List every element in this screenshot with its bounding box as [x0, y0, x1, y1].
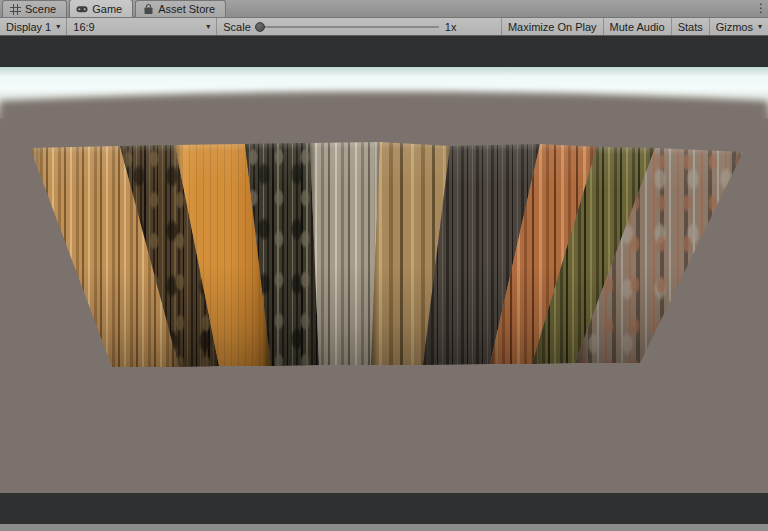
kebab-menu-icon[interactable]: ⋮ [754, 1, 768, 17]
stats-button[interactable]: Stats [671, 18, 709, 35]
grid-icon [9, 3, 21, 15]
gamepad-icon [76, 3, 88, 15]
stats-label: Stats [678, 21, 703, 33]
tab-label: Scene [25, 3, 56, 15]
unity-game-view-window: Scene Game Asset Store ⋮ Display 1 ▾ 16:… [0, 0, 768, 531]
scale-slider-track[interactable] [257, 26, 439, 28]
chevron-down-icon: ▾ [206, 22, 210, 31]
tab-label: Asset Store [158, 3, 215, 15]
tab-bar: Scene Game Asset Store ⋮ [0, 0, 768, 18]
maximize-on-play-label: Maximize On Play [508, 21, 597, 33]
scale-slider-knob[interactable] [255, 22, 265, 32]
bag-icon [142, 3, 154, 15]
tab-asset-store[interactable]: Asset Store [135, 0, 226, 17]
scale-slider-group: Scale 1x [217, 18, 462, 35]
display-dropdown-label: Display 1 [6, 21, 51, 33]
display-dropdown[interactable]: Display 1 ▾ [0, 18, 67, 35]
toolbar-right-group: Maximize On Play Mute Audio Stats Gizmos… [501, 18, 768, 35]
scale-value: 1x [445, 21, 457, 33]
gizmos-label: Gizmos [716, 21, 753, 33]
game-viewport [0, 36, 768, 531]
aspect-ratio-label: 16:9 [73, 21, 94, 33]
scale-label: Scale [223, 21, 251, 33]
gizmos-dropdown[interactable]: Gizmos ▾ [709, 18, 768, 35]
tab-label: Game [92, 3, 122, 15]
letterbox-top [0, 36, 768, 67]
game-render-area[interactable] [0, 67, 768, 493]
sky-and-ground [0, 67, 768, 493]
letterbox-bottom [0, 493, 768, 524]
maximize-on-play-button[interactable]: Maximize On Play [501, 18, 603, 35]
mute-audio-label: Mute Audio [610, 21, 665, 33]
tab-game[interactable]: Game [69, 0, 133, 17]
chevron-down-icon: ▾ [56, 22, 60, 31]
window-bottom-strip [0, 524, 768, 531]
chevron-down-icon: ▾ [758, 22, 762, 31]
game-view-toolbar: Display 1 ▾ 16:9 ▾ Scale 1x Maximize On … [0, 18, 768, 36]
tab-scene[interactable]: Scene [2, 0, 67, 17]
aspect-ratio-dropdown[interactable]: 16:9 ▾ [67, 18, 217, 35]
mute-audio-button[interactable]: Mute Audio [603, 18, 671, 35]
